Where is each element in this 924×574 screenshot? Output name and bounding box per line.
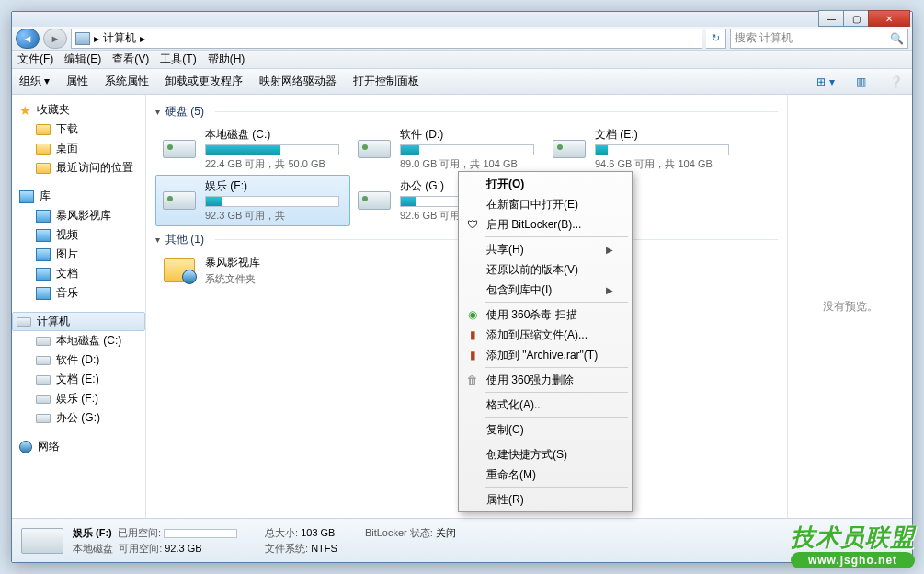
breadcrumb[interactable]: 计算机 bbox=[103, 30, 136, 46]
cm-add-archive-rar[interactable]: ▮添加到 "Archive.rar"(T) bbox=[461, 345, 630, 365]
chevron-right-icon: ▶ bbox=[606, 285, 613, 295]
library-icon bbox=[36, 287, 51, 300]
sidebar-item-videos[interactable]: 视频 bbox=[12, 225, 145, 245]
drive-icon bbox=[36, 375, 51, 385]
cm-bitlocker[interactable]: 🛡启用 BitLocker(B)... bbox=[461, 214, 630, 235]
drive-icon bbox=[553, 140, 586, 158]
sidebar-item-drive-d[interactable]: 软件 (D:) bbox=[12, 350, 145, 370]
sidebar-item-drive-e[interactable]: 文档 (E:) bbox=[12, 370, 145, 389]
cm-open[interactable]: 打开(O) bbox=[461, 174, 630, 194]
sidebar-item-drive-g[interactable]: 办公 (G:) bbox=[12, 408, 145, 428]
chevron-down-icon[interactable]: ▾ bbox=[155, 107, 160, 117]
drive-space-text: 89.0 GB 可用，共 104 GB bbox=[400, 157, 540, 171]
menu-edit[interactable]: 编辑(E) bbox=[64, 52, 101, 67]
cm-rename[interactable]: 重命名(M) bbox=[461, 465, 630, 485]
drive-space-text: 22.4 GB 可用，共 50.0 GB bbox=[205, 157, 345, 171]
preview-pane-icon[interactable]: ▥ bbox=[851, 73, 870, 91]
section-harddisks[interactable]: ▾硬盘 (5) bbox=[155, 104, 778, 120]
drive-usage-bar bbox=[205, 196, 339, 207]
folder-baofeng[interactable]: 暴风影视库系统文件夹 bbox=[155, 251, 350, 290]
back-button[interactable]: ◄ bbox=[16, 29, 40, 49]
tool-cpanel[interactable]: 打开控制面板 bbox=[353, 74, 419, 89]
drive-name: 文档 (E:) bbox=[595, 127, 735, 143]
help-icon[interactable]: ❔ bbox=[886, 73, 905, 91]
cm-360delete[interactable]: 🗑使用 360强力删除 bbox=[461, 370, 630, 390]
menu-tools[interactable]: 工具(T) bbox=[160, 52, 196, 67]
drive-icon bbox=[21, 528, 63, 554]
sidebar-favorites[interactable]: ★收藏夹 bbox=[12, 100, 145, 120]
sidebar-network[interactable]: 网络 bbox=[12, 437, 145, 456]
cm-include-library[interactable]: 包含到库中(I)▶ bbox=[461, 280, 630, 300]
folder-icon bbox=[36, 163, 51, 174]
view-mode-icon[interactable]: ⊞ ▾ bbox=[816, 73, 835, 91]
watermark: 技术员联盟 www.jsgho.net bbox=[791, 522, 915, 568]
cm-format[interactable]: 格式化(A)... bbox=[461, 395, 630, 415]
drive-icon bbox=[36, 337, 51, 346]
sidebar-item-downloads[interactable]: 下载 bbox=[12, 120, 145, 139]
context-menu: 打开(O) 在新窗口中打开(E) 🛡启用 BitLocker(B)... 共享(… bbox=[458, 171, 633, 512]
drive-space-text: 92.3 GB 可用，共 bbox=[205, 209, 345, 223]
drive-usage-bar bbox=[205, 144, 339, 155]
chevron-right-icon: ▶ bbox=[606, 245, 613, 255]
title-bar: — ▢ ✕ bbox=[12, 12, 912, 27]
search-input[interactable]: 搜索 计算机 🔍 bbox=[730, 29, 908, 49]
tool-mapdrive[interactable]: 映射网络驱动器 bbox=[259, 74, 337, 89]
drive-name: 娱乐 (F:) bbox=[205, 178, 345, 194]
library-icon bbox=[19, 190, 34, 203]
cm-add-archive[interactable]: ▮添加到压缩文件(A)... bbox=[461, 325, 630, 345]
search-icon: 🔍 bbox=[890, 32, 904, 45]
folder-icon bbox=[36, 144, 51, 155]
sidebar-item-pictures[interactable]: 图片 bbox=[12, 245, 145, 264]
delete-icon: 🗑 bbox=[464, 372, 481, 388]
drive-tile-1[interactable]: 软件 (D:)89.0 GB 可用，共 104 GB bbox=[350, 123, 545, 175]
library-icon bbox=[36, 210, 51, 223]
archive-icon: ▮ bbox=[464, 327, 481, 343]
sidebar-item-drive-c[interactable]: 本地磁盘 (C:) bbox=[12, 331, 145, 350]
sidebar-libraries[interactable]: 库 bbox=[12, 187, 145, 206]
sidebar-item-recent[interactable]: 最近访问的位置 bbox=[12, 158, 145, 178]
drive-tile-2[interactable]: 文档 (E:)94.6 GB 可用，共 104 GB bbox=[545, 123, 740, 175]
cm-properties[interactable]: 属性(R) bbox=[461, 489, 630, 510]
tool-properties[interactable]: 属性 bbox=[66, 74, 88, 89]
drive-name: 本地磁盘 (C:) bbox=[205, 127, 345, 143]
folder-icon bbox=[36, 124, 51, 135]
menu-help[interactable]: 帮助(H) bbox=[208, 52, 245, 67]
address-bar[interactable]: ▸ 计算机 ▸ bbox=[71, 29, 702, 49]
cm-create-shortcut[interactable]: 创建快捷方式(S) bbox=[461, 444, 630, 465]
sidebar-item-music[interactable]: 音乐 bbox=[12, 283, 145, 303]
cm-copy[interactable]: 复制(C) bbox=[461, 419, 630, 440]
cm-restore-previous[interactable]: 还原以前的版本(V) bbox=[461, 259, 630, 280]
menu-view[interactable]: 查看(V) bbox=[112, 52, 149, 67]
close-button[interactable]: ✕ bbox=[868, 10, 910, 27]
menu-bar: 文件(F) 编辑(E) 查看(V) 工具(T) 帮助(H) bbox=[12, 51, 912, 69]
drive-icon bbox=[163, 140, 196, 158]
star-icon: ★ bbox=[19, 103, 31, 118]
maximize-button[interactable]: ▢ bbox=[843, 10, 869, 27]
menu-file[interactable]: 文件(F) bbox=[17, 52, 53, 67]
sidebar-item-drive-f[interactable]: 娱乐 (F:) bbox=[12, 389, 145, 408]
drive-icon bbox=[358, 191, 391, 210]
cm-360scan[interactable]: ◉使用 360杀毒 扫描 bbox=[461, 304, 630, 325]
tool-organize[interactable]: 组织 ▾ bbox=[19, 74, 50, 89]
drive-icon bbox=[36, 414, 51, 423]
minimize-button[interactable]: — bbox=[818, 10, 844, 27]
sidebar-computer[interactable]: 计算机 bbox=[12, 312, 145, 331]
chevron-down-icon[interactable]: ▾ bbox=[155, 235, 160, 245]
sidebar: ★收藏夹 下载 桌面 最近访问的位置 库 暴风影视库 视频 图片 文档 音乐 计… bbox=[12, 95, 146, 518]
drive-icon bbox=[358, 140, 391, 158]
tool-sysprops[interactable]: 系统属性 bbox=[105, 74, 149, 89]
drive-tile-3[interactable]: 娱乐 (F:)92.3 GB 可用，共 bbox=[155, 175, 350, 226]
sidebar-item-baofeng[interactable]: 暴风影视库 bbox=[12, 206, 145, 225]
refresh-button[interactable]: ↻ bbox=[706, 29, 726, 49]
forward-button[interactable]: ► bbox=[43, 29, 67, 49]
drive-icon bbox=[36, 395, 51, 404]
tool-uninstall[interactable]: 卸载或更改程序 bbox=[165, 74, 243, 89]
computer-icon bbox=[75, 32, 90, 45]
drive-space-text: 94.6 GB 可用，共 104 GB bbox=[595, 157, 735, 171]
search-placeholder: 搜索 计算机 bbox=[735, 30, 793, 46]
sidebar-item-documents[interactable]: 文档 bbox=[12, 264, 145, 283]
cm-share[interactable]: 共享(H)▶ bbox=[461, 239, 630, 259]
cm-open-new-window[interactable]: 在新窗口中打开(E) bbox=[461, 194, 630, 214]
sidebar-item-desktop[interactable]: 桌面 bbox=[12, 139, 145, 158]
drive-tile-0[interactable]: 本地磁盘 (C:)22.4 GB 可用，共 50.0 GB bbox=[155, 123, 350, 175]
